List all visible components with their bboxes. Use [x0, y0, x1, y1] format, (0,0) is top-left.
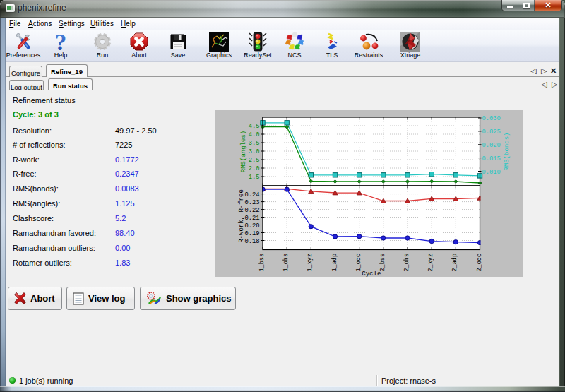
svg-text:RMS(angles): RMS(angles) [240, 131, 247, 172]
svg-text:0.19: 0.19 [244, 230, 259, 237]
svg-text:R-work, R-free: R-work, R-free [238, 189, 245, 243]
svg-text:2.0: 2.0 [249, 165, 260, 172]
svg-text:1_xyz: 1_xyz [307, 254, 314, 272]
svg-text:0.020: 0.020 [482, 142, 501, 149]
svg-text:1_ohs: 1_ohs [282, 254, 290, 272]
svg-text:2_ohs: 2_ohs [403, 254, 410, 272]
svg-text:0.20: 0.20 [244, 222, 259, 230]
svg-text:0.24: 0.24 [244, 191, 259, 198]
svg-text:1_occ: 1_occ [355, 254, 362, 272]
svg-text:1_adp: 1_adp [331, 254, 338, 272]
svg-text:0.23: 0.23 [244, 199, 259, 206]
svg-text:1_bss: 1_bss [258, 254, 266, 272]
svg-text:3.0: 3.0 [249, 148, 260, 155]
svg-text:4.0: 4.0 [249, 131, 260, 138]
svg-text:0.010: 0.010 [482, 169, 501, 176]
svg-text:0.18: 0.18 [244, 238, 259, 245]
svg-text:0.030: 0.030 [482, 115, 501, 122]
svg-text:2.5: 2.5 [249, 157, 260, 164]
svg-text:0.015: 0.015 [482, 155, 501, 162]
svg-text:2_xyz: 2_xyz [427, 254, 434, 272]
svg-text:?: ? [55, 32, 67, 52]
svg-text:3.5: 3.5 [249, 140, 260, 147]
svg-text:2_adp: 2_adp [451, 254, 458, 272]
svg-text:Cycle: Cycle [362, 271, 381, 277]
svg-text:2_bss: 2_bss [379, 254, 386, 272]
svg-text:0.22: 0.22 [244, 207, 259, 214]
svg-text:2_occ: 2_occ [476, 254, 483, 272]
svg-text:0.025: 0.025 [482, 129, 501, 136]
svg-text:1.5: 1.5 [249, 174, 260, 181]
svg-text:0.21: 0.21 [244, 215, 259, 222]
svg-text:4.5: 4.5 [249, 123, 260, 130]
svg-text:RMS(bonds): RMS(bonds) [504, 132, 511, 170]
